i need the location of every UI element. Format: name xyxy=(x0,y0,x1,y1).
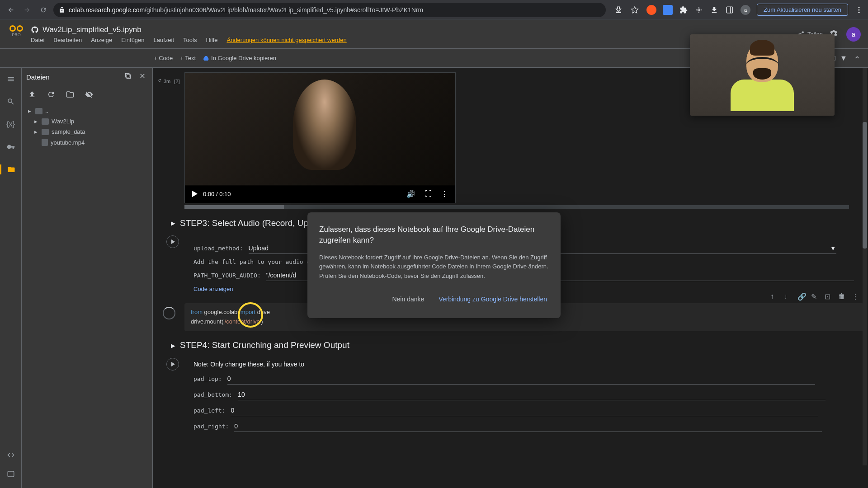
pad-top-input[interactable]: 0 xyxy=(227,373,815,385)
modal-deny-button[interactable]: Nein danke xyxy=(390,292,426,306)
video-player[interactable]: 0:00 / 0:10 🔊 ⛶ ⋮ xyxy=(184,72,456,203)
video-menu-icon[interactable]: ⋮ xyxy=(441,190,448,198)
hidden-icon[interactable] xyxy=(85,90,94,99)
extension-2-icon[interactable] xyxy=(663,5,673,15)
new-tab-icon[interactable] xyxy=(124,72,133,81)
edit-icon[interactable]: ✎ xyxy=(811,292,818,300)
menu-anzeige[interactable]: Anzeige xyxy=(91,37,112,43)
forward-button[interactable] xyxy=(21,4,33,16)
download-icon[interactable] xyxy=(710,5,719,14)
pad-right-input[interactable]: 0 xyxy=(234,421,822,432)
pad-left-input[interactable]: 0 xyxy=(231,405,818,416)
browser-chrome: colab.research.google.com/github/justinj… xyxy=(0,0,868,20)
video-time: 0:00 / 0:10 xyxy=(203,191,231,197)
install-icon[interactable] xyxy=(614,5,623,14)
runtime-menu[interactable]: ▼ xyxy=(840,54,849,62)
svg-rect-1 xyxy=(726,7,733,13)
pro-badge: PRO xyxy=(12,33,21,37)
step4-header[interactable]: ▸ STEP4: Start Crunching and Preview Out… xyxy=(171,340,863,351)
search-rail-icon[interactable] xyxy=(6,97,16,107)
address-bar[interactable]: colab.research.google.com/github/justinj… xyxy=(53,3,606,17)
link-icon[interactable]: 🔗 xyxy=(797,292,805,300)
tree-folder-sample[interactable]: ▸sample_data xyxy=(26,127,148,137)
reload-button[interactable] xyxy=(37,4,50,16)
svg-rect-8 xyxy=(127,75,130,78)
colab-logo[interactable]: PRO xyxy=(7,25,25,43)
code-snippets-icon[interactable] xyxy=(6,450,16,460)
run-button-step4[interactable] xyxy=(166,358,179,371)
refresh-icon[interactable] xyxy=(47,90,56,99)
terminal-icon[interactable] xyxy=(6,469,16,479)
menu-datei[interactable]: Datei xyxy=(31,37,44,43)
run-button-step3[interactable] xyxy=(166,235,179,248)
pad-left-label: pad_left: xyxy=(193,407,225,414)
sidepanel-icon[interactable] xyxy=(725,5,734,14)
menu-bearbeiten[interactable]: Bearbeiten xyxy=(53,37,82,43)
svg-point-0 xyxy=(698,9,700,11)
pad-top-label: pad_top: xyxy=(193,375,222,382)
reflect-icon[interactable]: ⊡ xyxy=(825,292,832,300)
cell-horizontal-scroll[interactable] xyxy=(184,205,849,209)
cell-toolbar: ↑ ↓ 🔗 ✎ ⊡ 🗑 ⋮ xyxy=(770,292,859,300)
url-path: /github/justinjohn0306/Wav2Lip/blob/mast… xyxy=(145,6,423,14)
user-avatar[interactable]: a xyxy=(846,27,861,42)
add-text-button[interactable]: + Text xyxy=(180,55,196,61)
svg-rect-6 xyxy=(8,471,14,477)
move-down-icon[interactable]: ↓ xyxy=(784,292,791,300)
delete-icon[interactable]: 🗑 xyxy=(838,292,845,300)
svg-rect-7 xyxy=(126,74,129,77)
run-button-drive[interactable] xyxy=(163,307,175,319)
variables-icon[interactable]: {x} xyxy=(6,119,16,129)
volume-icon[interactable]: 🔊 xyxy=(406,190,415,198)
github-icon xyxy=(31,26,39,34)
secrets-icon[interactable] xyxy=(6,142,16,152)
tree-folder-wav2lip[interactable]: ▸Wav2Lip xyxy=(26,116,148,127)
extensions-icon[interactable] xyxy=(679,5,688,14)
lock-icon xyxy=(59,7,65,13)
profile-avatar[interactable]: a xyxy=(741,5,750,15)
menu-bar: Datei Bearbeiten Anzeige Einfügen Laufze… xyxy=(31,37,347,43)
file-panel-title: Dateien xyxy=(26,73,50,81)
svg-point-5 xyxy=(859,11,860,13)
step4-form-cell: Note: Only change these, if you have to … xyxy=(184,356,863,441)
content-scrollbar[interactable] xyxy=(863,68,867,465)
collapse-toolbar[interactable] xyxy=(854,54,863,63)
file-panel: Dateien ▸.. ▸Wav2Lip ▸sample_data youtub… xyxy=(22,68,153,488)
mount-drive-icon[interactable] xyxy=(66,90,75,99)
tree-file-youtube[interactable]: youtube.mp4 xyxy=(26,137,148,148)
left-rail: {x} xyxy=(0,68,22,488)
modal-body: Dieses Notebook fordert Zugriff auf Ihre… xyxy=(319,253,549,281)
save-warning[interactable]: Änderungen können nicht gespeichert werd… xyxy=(226,37,346,43)
move-up-icon[interactable]: ↑ xyxy=(770,292,778,300)
menu-hilfe[interactable]: Hilfe xyxy=(206,37,217,43)
tree-root[interactable]: ▸.. xyxy=(26,106,148,116)
lens-icon[interactable] xyxy=(694,5,703,14)
upload-icon[interactable] xyxy=(28,90,37,99)
menu-laufzeit[interactable]: Laufzeit xyxy=(154,37,175,43)
bookmark-icon[interactable] xyxy=(629,5,640,15)
notebook-title[interactable]: Wav2Lip_simplified_v5.ipynb xyxy=(42,25,142,34)
play-icon[interactable] xyxy=(192,191,198,197)
chrome-menu-icon[interactable] xyxy=(854,5,863,14)
svg-point-4 xyxy=(859,9,860,10)
back-button[interactable] xyxy=(5,4,17,16)
files-rail-icon[interactable] xyxy=(0,164,21,174)
relaunch-button[interactable]: Zum Aktualisieren neu starten xyxy=(757,4,848,16)
pad-bottom-input[interactable]: 10 xyxy=(238,389,826,400)
modal-allow-button[interactable]: Verbindung zu Google Drive herstellen xyxy=(437,292,549,306)
menu-tools[interactable]: Tools xyxy=(183,37,197,43)
audio-path-label: PATH_TO_YOUR_AUDIO: xyxy=(193,272,261,279)
close-icon[interactable] xyxy=(139,72,148,81)
cell-exec-info: ↻ 3m [2] xyxy=(157,79,180,84)
toc-icon[interactable] xyxy=(6,74,16,84)
cell-menu-icon[interactable]: ⋮ xyxy=(852,292,859,300)
copy-to-drive-button[interactable]: In Google Drive kopieren xyxy=(203,55,276,61)
extension-1-icon[interactable] xyxy=(646,5,656,15)
menu-einfugen[interactable]: Einfügen xyxy=(121,37,144,43)
url-domain: colab.research.google.com xyxy=(69,6,145,14)
fullscreen-icon[interactable]: ⛶ xyxy=(425,190,432,198)
add-code-button[interactable]: + Code xyxy=(154,55,173,61)
drive-permission-modal: Zulassen, dass dieses Notebook auf Ihre … xyxy=(307,212,561,318)
modal-title: Zulassen, dass dieses Notebook auf Ihre … xyxy=(319,224,549,246)
upload-method-label: upload_method: xyxy=(193,245,243,252)
